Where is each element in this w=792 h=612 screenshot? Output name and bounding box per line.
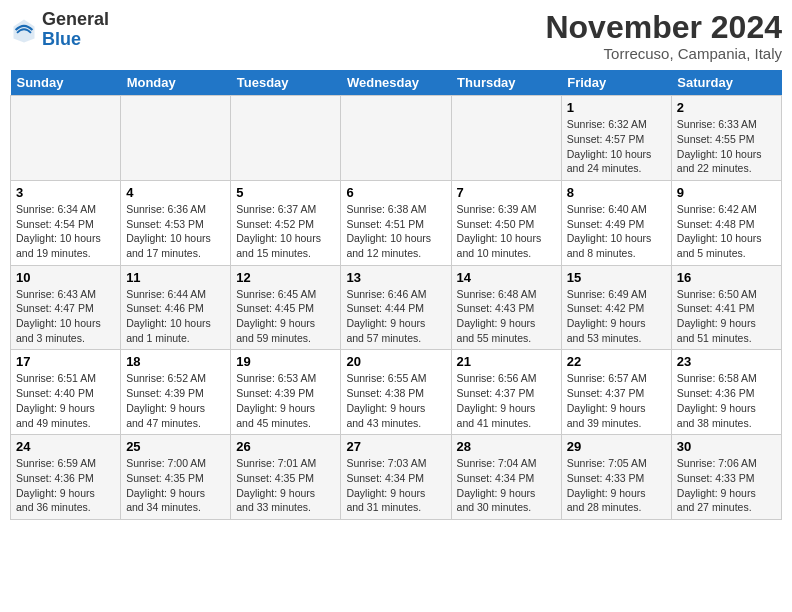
calendar-cell: 12Sunrise: 6:45 AM Sunset: 4:45 PM Dayli… <box>231 265 341 350</box>
calendar-cell: 15Sunrise: 6:49 AM Sunset: 4:42 PM Dayli… <box>561 265 671 350</box>
calendar-cell <box>121 96 231 181</box>
title-area: November 2024 Torrecuso, Campania, Italy <box>545 10 782 62</box>
logo-text: General Blue <box>42 10 109 50</box>
day-info: Sunrise: 7:06 AM Sunset: 4:33 PM Dayligh… <box>677 456 776 515</box>
calendar-cell: 9Sunrise: 6:42 AM Sunset: 4:48 PM Daylig… <box>671 180 781 265</box>
day-number: 11 <box>126 270 225 285</box>
day-number: 30 <box>677 439 776 454</box>
day-number: 21 <box>457 354 556 369</box>
day-number: 23 <box>677 354 776 369</box>
calendar-cell: 26Sunrise: 7:01 AM Sunset: 4:35 PM Dayli… <box>231 435 341 520</box>
week-row: 10Sunrise: 6:43 AM Sunset: 4:47 PM Dayli… <box>11 265 782 350</box>
location: Torrecuso, Campania, Italy <box>545 45 782 62</box>
day-number: 17 <box>16 354 115 369</box>
calendar-cell: 4Sunrise: 6:36 AM Sunset: 4:53 PM Daylig… <box>121 180 231 265</box>
day-number: 27 <box>346 439 445 454</box>
calendar-cell: 14Sunrise: 6:48 AM Sunset: 4:43 PM Dayli… <box>451 265 561 350</box>
day-number: 13 <box>346 270 445 285</box>
calendar-cell <box>341 96 451 181</box>
day-number: 18 <box>126 354 225 369</box>
day-info: Sunrise: 7:05 AM Sunset: 4:33 PM Dayligh… <box>567 456 666 515</box>
svg-marker-0 <box>14 19 35 42</box>
day-info: Sunrise: 6:56 AM Sunset: 4:37 PM Dayligh… <box>457 371 556 430</box>
calendar-cell: 20Sunrise: 6:55 AM Sunset: 4:38 PM Dayli… <box>341 350 451 435</box>
week-row: 3Sunrise: 6:34 AM Sunset: 4:54 PM Daylig… <box>11 180 782 265</box>
day-info: Sunrise: 6:57 AM Sunset: 4:37 PM Dayligh… <box>567 371 666 430</box>
day-number: 22 <box>567 354 666 369</box>
day-header-friday: Friday <box>561 70 671 96</box>
day-header-thursday: Thursday <box>451 70 561 96</box>
day-header-monday: Monday <box>121 70 231 96</box>
day-info: Sunrise: 6:48 AM Sunset: 4:43 PM Dayligh… <box>457 287 556 346</box>
day-info: Sunrise: 7:04 AM Sunset: 4:34 PM Dayligh… <box>457 456 556 515</box>
day-info: Sunrise: 6:32 AM Sunset: 4:57 PM Dayligh… <box>567 117 666 176</box>
calendar-cell: 17Sunrise: 6:51 AM Sunset: 4:40 PM Dayli… <box>11 350 121 435</box>
day-info: Sunrise: 7:01 AM Sunset: 4:35 PM Dayligh… <box>236 456 335 515</box>
calendar-cell: 18Sunrise: 6:52 AM Sunset: 4:39 PM Dayli… <box>121 350 231 435</box>
calendar-cell: 22Sunrise: 6:57 AM Sunset: 4:37 PM Dayli… <box>561 350 671 435</box>
day-info: Sunrise: 6:43 AM Sunset: 4:47 PM Dayligh… <box>16 287 115 346</box>
day-number: 9 <box>677 185 776 200</box>
calendar-cell: 5Sunrise: 6:37 AM Sunset: 4:52 PM Daylig… <box>231 180 341 265</box>
logo: General Blue <box>10 10 109 50</box>
calendar-cell: 16Sunrise: 6:50 AM Sunset: 4:41 PM Dayli… <box>671 265 781 350</box>
day-info: Sunrise: 6:53 AM Sunset: 4:39 PM Dayligh… <box>236 371 335 430</box>
calendar-table: SundayMondayTuesdayWednesdayThursdayFrid… <box>10 70 782 520</box>
day-info: Sunrise: 6:49 AM Sunset: 4:42 PM Dayligh… <box>567 287 666 346</box>
day-number: 14 <box>457 270 556 285</box>
day-info: Sunrise: 6:38 AM Sunset: 4:51 PM Dayligh… <box>346 202 445 261</box>
day-info: Sunrise: 6:46 AM Sunset: 4:44 PM Dayligh… <box>346 287 445 346</box>
calendar-cell: 1Sunrise: 6:32 AM Sunset: 4:57 PM Daylig… <box>561 96 671 181</box>
day-info: Sunrise: 6:37 AM Sunset: 4:52 PM Dayligh… <box>236 202 335 261</box>
week-row: 1Sunrise: 6:32 AM Sunset: 4:57 PM Daylig… <box>11 96 782 181</box>
day-number: 29 <box>567 439 666 454</box>
calendar-cell <box>231 96 341 181</box>
day-number: 26 <box>236 439 335 454</box>
calendar-cell: 2Sunrise: 6:33 AM Sunset: 4:55 PM Daylig… <box>671 96 781 181</box>
calendar-cell: 23Sunrise: 6:58 AM Sunset: 4:36 PM Dayli… <box>671 350 781 435</box>
day-number: 19 <box>236 354 335 369</box>
day-info: Sunrise: 6:36 AM Sunset: 4:53 PM Dayligh… <box>126 202 225 261</box>
calendar-cell: 24Sunrise: 6:59 AM Sunset: 4:36 PM Dayli… <box>11 435 121 520</box>
day-number: 1 <box>567 100 666 115</box>
day-info: Sunrise: 6:58 AM Sunset: 4:36 PM Dayligh… <box>677 371 776 430</box>
day-number: 6 <box>346 185 445 200</box>
day-info: Sunrise: 7:00 AM Sunset: 4:35 PM Dayligh… <box>126 456 225 515</box>
calendar-cell: 28Sunrise: 7:04 AM Sunset: 4:34 PM Dayli… <box>451 435 561 520</box>
calendar-cell <box>451 96 561 181</box>
day-number: 10 <box>16 270 115 285</box>
calendar-cell <box>11 96 121 181</box>
day-info: Sunrise: 7:03 AM Sunset: 4:34 PM Dayligh… <box>346 456 445 515</box>
day-info: Sunrise: 6:44 AM Sunset: 4:46 PM Dayligh… <box>126 287 225 346</box>
calendar-cell: 11Sunrise: 6:44 AM Sunset: 4:46 PM Dayli… <box>121 265 231 350</box>
day-info: Sunrise: 6:55 AM Sunset: 4:38 PM Dayligh… <box>346 371 445 430</box>
day-number: 8 <box>567 185 666 200</box>
week-row: 17Sunrise: 6:51 AM Sunset: 4:40 PM Dayli… <box>11 350 782 435</box>
day-number: 2 <box>677 100 776 115</box>
calendar-cell: 27Sunrise: 7:03 AM Sunset: 4:34 PM Dayli… <box>341 435 451 520</box>
day-info: Sunrise: 6:34 AM Sunset: 4:54 PM Dayligh… <box>16 202 115 261</box>
day-number: 15 <box>567 270 666 285</box>
day-number: 4 <box>126 185 225 200</box>
month-title: November 2024 <box>545 10 782 45</box>
calendar-cell: 3Sunrise: 6:34 AM Sunset: 4:54 PM Daylig… <box>11 180 121 265</box>
calendar-cell: 30Sunrise: 7:06 AM Sunset: 4:33 PM Dayli… <box>671 435 781 520</box>
calendar-cell: 21Sunrise: 6:56 AM Sunset: 4:37 PM Dayli… <box>451 350 561 435</box>
logo-icon <box>10 16 38 44</box>
calendar-cell: 8Sunrise: 6:40 AM Sunset: 4:49 PM Daylig… <box>561 180 671 265</box>
day-number: 20 <box>346 354 445 369</box>
day-number: 24 <box>16 439 115 454</box>
calendar-cell: 25Sunrise: 7:00 AM Sunset: 4:35 PM Dayli… <box>121 435 231 520</box>
day-info: Sunrise: 6:45 AM Sunset: 4:45 PM Dayligh… <box>236 287 335 346</box>
day-number: 7 <box>457 185 556 200</box>
day-header-saturday: Saturday <box>671 70 781 96</box>
calendar-cell: 19Sunrise: 6:53 AM Sunset: 4:39 PM Dayli… <box>231 350 341 435</box>
calendar-cell: 6Sunrise: 6:38 AM Sunset: 4:51 PM Daylig… <box>341 180 451 265</box>
week-row: 24Sunrise: 6:59 AM Sunset: 4:36 PM Dayli… <box>11 435 782 520</box>
day-info: Sunrise: 6:50 AM Sunset: 4:41 PM Dayligh… <box>677 287 776 346</box>
day-info: Sunrise: 6:51 AM Sunset: 4:40 PM Dayligh… <box>16 371 115 430</box>
day-header-sunday: Sunday <box>11 70 121 96</box>
calendar-cell: 7Sunrise: 6:39 AM Sunset: 4:50 PM Daylig… <box>451 180 561 265</box>
day-info: Sunrise: 6:52 AM Sunset: 4:39 PM Dayligh… <box>126 371 225 430</box>
calendar-cell: 29Sunrise: 7:05 AM Sunset: 4:33 PM Dayli… <box>561 435 671 520</box>
